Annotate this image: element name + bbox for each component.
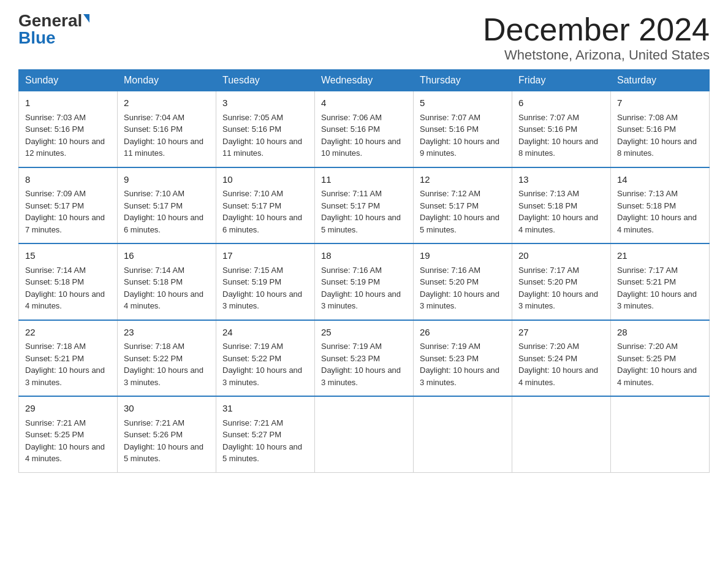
daylight-label: Daylight: 10 hours and 3 minutes. — [321, 366, 401, 387]
table-row: 4 Sunrise: 7:06 AM Sunset: 5:16 PM Dayli… — [315, 91, 414, 167]
daylight-label: Daylight: 10 hours and 3 minutes. — [222, 366, 302, 387]
sunset-label: Sunset: 5:25 PM — [25, 430, 84, 439]
calendar-week-row: 1 Sunrise: 7:03 AM Sunset: 5:16 PM Dayli… — [19, 91, 710, 167]
daylight-label: Daylight: 10 hours and 8 minutes. — [617, 137, 697, 158]
table-row: 6 Sunrise: 7:07 AM Sunset: 5:16 PM Dayli… — [512, 91, 611, 167]
table-row: 12 Sunrise: 7:12 AM Sunset: 5:17 PM Dayl… — [414, 167, 512, 244]
sunrise-label: Sunrise: 7:04 AM — [124, 113, 184, 122]
sunset-label: Sunset: 5:19 PM — [222, 277, 281, 286]
sunrise-label: Sunrise: 7:17 AM — [518, 266, 579, 275]
day-number: 26 — [420, 326, 506, 340]
calendar-header-row: Sunday Monday Tuesday Wednesday Thursday… — [19, 70, 710, 91]
table-row: 2 Sunrise: 7:04 AM Sunset: 5:16 PM Dayli… — [118, 91, 216, 167]
day-number: 2 — [124, 96, 210, 110]
col-thursday: Thursday — [414, 70, 512, 91]
daylight-label: Daylight: 10 hours and 3 minutes. — [518, 289, 598, 311]
day-number: 11 — [321, 173, 407, 187]
daylight-label: Daylight: 10 hours and 10 minutes. — [321, 137, 401, 158]
sunrise-label: Sunrise: 7:06 AM — [321, 113, 382, 122]
daylight-label: Daylight: 10 hours and 4 minutes. — [25, 289, 105, 311]
day-number: 4 — [321, 96, 407, 110]
daylight-label: Daylight: 10 hours and 5 minutes. — [124, 442, 203, 464]
sunset-label: Sunset: 5:25 PM — [617, 354, 676, 363]
table-row: 8 Sunrise: 7:09 AM Sunset: 5:17 PM Dayli… — [19, 167, 118, 244]
daylight-label: Daylight: 10 hours and 4 minutes. — [617, 366, 697, 387]
daylight-label: Daylight: 10 hours and 7 minutes. — [25, 213, 105, 234]
sunrise-label: Sunrise: 7:10 AM — [222, 189, 283, 198]
sunrise-label: Sunrise: 7:16 AM — [420, 266, 480, 275]
daylight-label: Daylight: 10 hours and 3 minutes. — [124, 366, 203, 387]
day-number: 16 — [124, 249, 210, 263]
sunrise-label: Sunrise: 7:15 AM — [222, 266, 283, 275]
daylight-label: Daylight: 10 hours and 8 minutes. — [518, 137, 598, 158]
sunset-label: Sunset: 5:16 PM — [617, 124, 676, 134]
daylight-label: Daylight: 10 hours and 3 minutes. — [617, 289, 697, 311]
sunset-label: Sunset: 5:17 PM — [25, 201, 84, 210]
table-row — [414, 396, 512, 472]
col-saturday: Saturday — [611, 70, 710, 91]
day-number: 31 — [222, 402, 308, 416]
daylight-label: Daylight: 10 hours and 6 minutes. — [124, 213, 203, 234]
sunrise-label: Sunrise: 7:14 AM — [124, 266, 184, 275]
page-header: General Blue December 2024 Whetstone, Ar… — [18, 12, 710, 63]
page-subtitle: Whetstone, Arizona, United States — [483, 47, 710, 63]
table-row: 15 Sunrise: 7:14 AM Sunset: 5:18 PM Dayl… — [19, 243, 118, 320]
table-row: 24 Sunrise: 7:19 AM Sunset: 5:22 PM Dayl… — [216, 320, 315, 397]
day-number: 23 — [124, 326, 210, 340]
daylight-label: Daylight: 10 hours and 11 minutes. — [124, 137, 203, 158]
sunrise-label: Sunrise: 7:09 AM — [25, 189, 86, 198]
col-tuesday: Tuesday — [216, 70, 315, 91]
sunrise-label: Sunrise: 7:07 AM — [420, 113, 480, 122]
sunset-label: Sunset: 5:16 PM — [124, 124, 183, 134]
sunset-label: Sunset: 5:19 PM — [321, 277, 380, 286]
sunrise-label: Sunrise: 7:19 AM — [321, 342, 382, 351]
sunrise-label: Sunrise: 7:21 AM — [25, 418, 86, 427]
daylight-label: Daylight: 10 hours and 6 minutes. — [222, 213, 302, 234]
sunrise-label: Sunrise: 7:20 AM — [617, 342, 678, 351]
table-row: 14 Sunrise: 7:13 AM Sunset: 5:18 PM Dayl… — [611, 167, 710, 244]
daylight-label: Daylight: 10 hours and 12 minutes. — [25, 137, 105, 158]
sunset-label: Sunset: 5:16 PM — [222, 124, 281, 134]
sunset-label: Sunset: 5:26 PM — [124, 430, 183, 439]
daylight-label: Daylight: 10 hours and 4 minutes. — [518, 366, 598, 387]
day-number: 21 — [617, 249, 703, 263]
table-row: 9 Sunrise: 7:10 AM Sunset: 5:17 PM Dayli… — [118, 167, 216, 244]
sunrise-label: Sunrise: 7:05 AM — [222, 113, 283, 122]
sunset-label: Sunset: 5:16 PM — [420, 124, 479, 134]
sunrise-label: Sunrise: 7:18 AM — [25, 342, 86, 351]
day-number: 17 — [222, 249, 308, 263]
sunrise-label: Sunrise: 7:20 AM — [518, 342, 579, 351]
daylight-label: Daylight: 10 hours and 3 minutes. — [420, 366, 499, 387]
sunset-label: Sunset: 5:22 PM — [124, 354, 183, 363]
table-row: 30 Sunrise: 7:21 AM Sunset: 5:26 PM Dayl… — [118, 396, 216, 472]
day-number: 19 — [420, 249, 506, 263]
daylight-label: Daylight: 10 hours and 3 minutes. — [25, 366, 105, 387]
table-row: 3 Sunrise: 7:05 AM Sunset: 5:16 PM Dayli… — [216, 91, 315, 167]
day-number: 29 — [25, 402, 111, 416]
table-row — [315, 396, 414, 472]
page-title: December 2024 — [483, 12, 710, 47]
sunrise-label: Sunrise: 7:14 AM — [25, 266, 86, 275]
table-row: 23 Sunrise: 7:18 AM Sunset: 5:22 PM Dayl… — [118, 320, 216, 397]
sunrise-label: Sunrise: 7:17 AM — [617, 266, 678, 275]
day-number: 15 — [25, 249, 111, 263]
table-row: 5 Sunrise: 7:07 AM Sunset: 5:16 PM Dayli… — [414, 91, 512, 167]
sunset-label: Sunset: 5:18 PM — [617, 201, 676, 210]
daylight-label: Daylight: 10 hours and 3 minutes. — [321, 289, 401, 311]
sunset-label: Sunset: 5:22 PM — [222, 354, 281, 363]
table-row: 20 Sunrise: 7:17 AM Sunset: 5:20 PM Dayl… — [512, 243, 611, 320]
sunrise-label: Sunrise: 7:13 AM — [518, 189, 579, 198]
sunset-label: Sunset: 5:23 PM — [321, 354, 380, 363]
table-row — [512, 396, 611, 472]
day-number: 24 — [222, 326, 308, 340]
col-sunday: Sunday — [19, 70, 118, 91]
table-row: 31 Sunrise: 7:21 AM Sunset: 5:27 PM Dayl… — [216, 396, 315, 472]
sunrise-label: Sunrise: 7:19 AM — [222, 342, 283, 351]
sunset-label: Sunset: 5:18 PM — [25, 277, 84, 286]
table-row: 28 Sunrise: 7:20 AM Sunset: 5:25 PM Dayl… — [611, 320, 710, 397]
calendar-table: Sunday Monday Tuesday Wednesday Thursday… — [18, 69, 710, 473]
table-row: 26 Sunrise: 7:19 AM Sunset: 5:23 PM Dayl… — [414, 320, 512, 397]
day-number: 9 — [124, 173, 210, 187]
logo-general: General — [18, 12, 82, 29]
table-row: 27 Sunrise: 7:20 AM Sunset: 5:24 PM Dayl… — [512, 320, 611, 397]
